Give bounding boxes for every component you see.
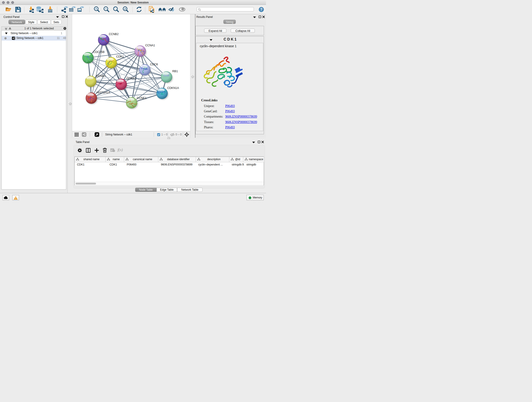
svg-text:CDK1: CDK1 [116,55,124,58]
svg-text:?: ? [260,7,263,12]
svg-text:CCNE1: CCNE1 [137,96,146,100]
svg-text:CCNB1: CCNB1 [96,74,106,78]
svg-text:CCNB2: CCNB2 [109,32,119,36]
svg-text:HIST1H1A: HIST1H1A [96,91,110,94]
svg-text:RB1: RB1 [172,70,178,73]
svg-text:CDC6: CDC6 [150,63,158,66]
svg-text:CDKN1A: CDKN1A [167,86,179,89]
svg-text:CCNA1: CCNA1 [145,44,155,47]
svg-text:CCNA2: CCNA2 [127,77,136,80]
svg-text:CDC25B: CDC25B [93,50,104,54]
